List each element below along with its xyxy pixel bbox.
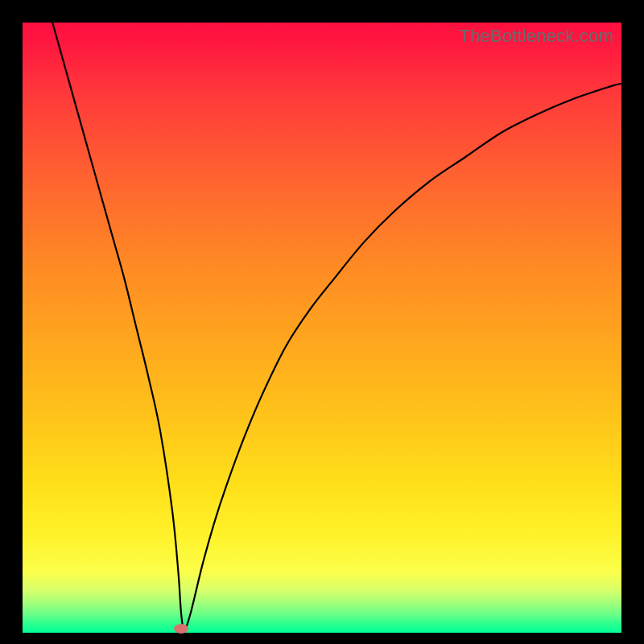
curve-svg [23, 23, 621, 633]
bottleneck-curve [52, 23, 621, 630]
plot-area: TheBottleneck.com [23, 23, 621, 633]
chart-frame: TheBottleneck.com [0, 0, 644, 644]
optimal-point-marker [174, 624, 188, 634]
